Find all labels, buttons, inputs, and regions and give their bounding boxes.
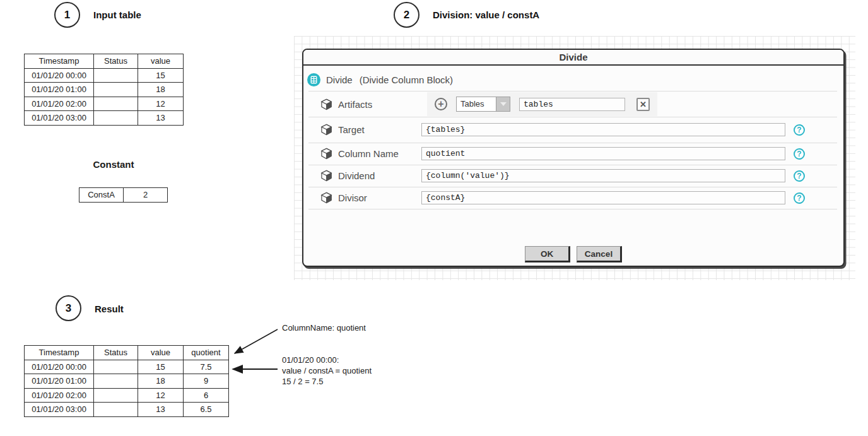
block-cube-icon [320, 170, 332, 182]
cancel-button[interactable]: Cancel [577, 246, 622, 262]
column-header: Timestamp [25, 54, 94, 69]
step-1-circle: 1 [54, 2, 80, 28]
divider [308, 209, 837, 209]
table-row: 01/01/20 03:00 13 [25, 111, 184, 126]
artifacts-label: Artifacts [338, 99, 372, 110]
step-3-label: Result [95, 303, 124, 314]
block-cube-icon [320, 124, 332, 136]
cell: 6 [184, 388, 229, 403]
cell: 01/01/20 00:00 [25, 360, 94, 374]
column-header: Status [94, 346, 138, 360]
artifacts-label-group: Artifacts [320, 98, 421, 110]
dialog-title: Divide [559, 52, 587, 62]
dividend-label-group: Dividend [320, 170, 421, 182]
artifact-type-dropdown[interactable]: Tables [456, 97, 510, 112]
block-header: Divide (Divide Column Block) [307, 73, 453, 86]
annotation-column-name: ColumnName: quotient [282, 323, 366, 333]
add-artifact-icon[interactable]: + [435, 98, 447, 110]
cell: 18 [138, 374, 184, 389]
column-header: Timestamp [25, 346, 94, 360]
cell: 01/01/20 03:00 [25, 111, 94, 126]
divisor-input[interactable] [421, 191, 785, 204]
artifact-panel: + Tables ✕ [427, 92, 657, 116]
block-type: (Divide Column Block) [360, 74, 453, 85]
constant-name-cell: ConstA [79, 188, 124, 203]
table-row: 01/01/20 01:00 18 [25, 83, 184, 97]
cell [94, 97, 138, 111]
cell: 01/01/20 00:00 [25, 68, 94, 83]
cell: 15 [138, 68, 184, 83]
cell [94, 388, 138, 403]
annotation-arrows [227, 319, 284, 382]
cell: 01/01/20 03:00 [25, 403, 94, 417]
step-3-circle: 3 [56, 295, 81, 321]
cell: 12 [138, 97, 184, 111]
chevron-down-icon[interactable] [496, 97, 510, 111]
cell: 13 [138, 111, 184, 126]
dividend-label: Dividend [338, 170, 375, 181]
artifacts-row: Artifacts + Tables ✕ [320, 91, 657, 117]
step-2-label: Division: value / constA [433, 9, 539, 20]
artifact-type-selected: Tables [457, 97, 496, 111]
table-row: ConstA 2 [79, 188, 168, 203]
target-row: Target ? [320, 117, 805, 142]
cell: 9 [184, 374, 229, 389]
column-name-label: Column Name [338, 148, 399, 159]
input-table: Timestamp Status value 01/01/20 00:00 15… [24, 54, 184, 126]
step-1-number: 1 [64, 9, 70, 21]
column-name-input[interactable] [421, 147, 785, 160]
cell: 01/01/20 02:00 [25, 97, 94, 111]
table-row: 01/01/20 02:00 12 6 [25, 388, 229, 403]
cell: 01/01/20 02:00 [25, 388, 94, 403]
cell: 6.5 [184, 403, 229, 417]
cell [94, 374, 138, 389]
column-header: value [138, 346, 184, 360]
target-label-group: Target [320, 124, 421, 136]
cell: 13 [138, 403, 184, 417]
dialog-titlebar[interactable]: Divide [303, 50, 843, 66]
annotation-calculation: 01/01/20 00:00: value / constA = quotien… [282, 355, 372, 387]
help-icon[interactable]: ? [794, 124, 805, 136]
table-row: 01/01/20 01:00 18 9 [25, 374, 229, 389]
cell: 18 [138, 83, 184, 97]
constant-table: ConstA 2 [79, 187, 168, 203]
artifact-name-input[interactable] [519, 98, 625, 111]
constant-title: Constant [79, 159, 148, 170]
step-1-label: Input table [93, 9, 141, 20]
target-label: Target [338, 124, 365, 135]
help-icon[interactable]: ? [794, 148, 805, 160]
remove-artifact-icon[interactable]: ✕ [636, 98, 650, 111]
step-2-circle: 2 [394, 2, 419, 28]
table-row: 01/01/20 02:00 12 [25, 97, 184, 111]
dialog-buttons: OK Cancel [303, 246, 843, 262]
annotation-line: 01/01/20 00:00: [282, 355, 372, 365]
step-3-number: 3 [66, 302, 71, 315]
cell [94, 403, 138, 417]
divisor-label: Divisor [338, 192, 367, 203]
cell [94, 111, 138, 126]
table-row: 01/01/20 03:00 13 6.5 [25, 403, 229, 417]
cell [94, 68, 138, 83]
cell: 15 [138, 360, 184, 374]
step-2-number: 2 [404, 9, 409, 21]
target-input[interactable] [421, 123, 785, 136]
table-row: 01/01/20 00:00 15 [25, 68, 184, 83]
constant-value-cell: 2 [124, 188, 168, 203]
help-icon[interactable]: ? [794, 192, 805, 204]
help-icon[interactable]: ? [794, 170, 805, 182]
divisor-row: Divisor ? [320, 187, 805, 208]
table-row: 01/01/20 00:00 15 7.5 [25, 360, 229, 374]
block-cube-icon [320, 148, 332, 160]
column-name-label-group: Column Name [320, 148, 421, 160]
ok-button[interactable]: OK [525, 246, 570, 262]
block-name: Divide [326, 74, 353, 85]
cell: 12 [138, 388, 184, 403]
divide-dialog: Divide Divide (Divide Column Block) [302, 49, 845, 267]
block-cube-icon [320, 98, 332, 110]
result-table: Timestamp Status value quotient 01/01/20… [24, 345, 229, 417]
column-header: value [138, 54, 184, 69]
dividend-input[interactable] [421, 169, 785, 182]
cell [94, 83, 138, 97]
dividend-row: Dividend ? [320, 165, 805, 186]
annotation-line: 15 / 2 = 7.5 [282, 376, 372, 387]
